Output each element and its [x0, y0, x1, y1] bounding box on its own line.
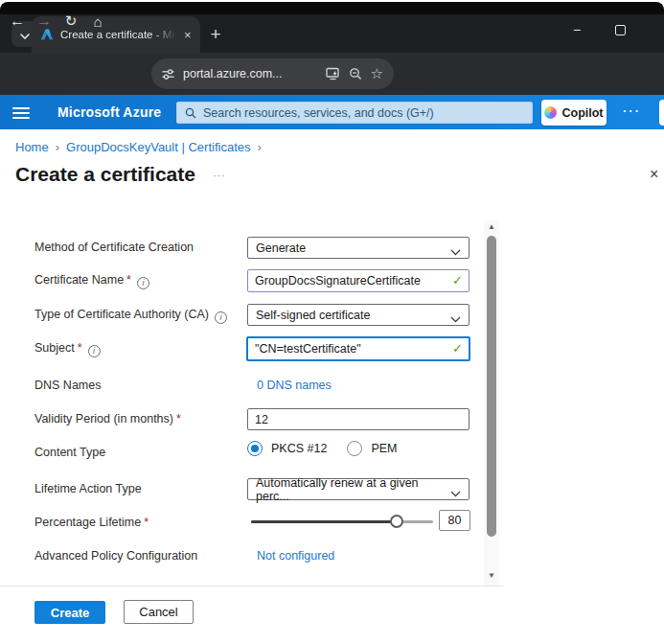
browser-tab-active[interactable]: Create a certificate - Microsoft A × — [32, 16, 200, 53]
lifetime-action-select[interactable]: Automatically renew at a given perc... — [247, 478, 469, 500]
breadcrumb: Home›GroupDocsKeyVault | Certificates› — [15, 140, 268, 154]
menu-hamburger-icon[interactable] — [12, 107, 30, 119]
percentage-slider-thumb[interactable] — [390, 515, 403, 528]
chevron-down-icon — [450, 312, 461, 326]
copilot-icon — [544, 106, 557, 119]
info-icon: i — [88, 345, 101, 357]
breadcrumb-keyvault[interactable]: GroupDocsKeyVault | Certificates — [66, 140, 250, 154]
bookmark-star-icon[interactable]: ☆ — [371, 65, 383, 82]
dns-names-link[interactable]: 0 DNS names — [257, 379, 332, 392]
browser-window: Create a certificate - Microsoft A × + −… — [0, 0, 664, 644]
close-icon[interactable]: × — [650, 166, 658, 183]
method-label: Method of Certificate Creation — [34, 241, 194, 254]
validity-label: Validity Period (in months)* — [34, 412, 181, 426]
lifetime-action-value: Automatically renew at a given perc... — [256, 476, 447, 503]
lifetime-action-label: Lifetime Action Type — [34, 482, 142, 495]
cert-name-input[interactable] — [247, 269, 469, 292]
title-more-icon[interactable]: ··· — [213, 170, 226, 181]
radio-pkcs12[interactable] — [247, 441, 263, 456]
azure-search-input[interactable]: Search resources, services, and docs (G+… — [176, 102, 533, 124]
refresh-icon[interactable]: ↻ — [59, 10, 82, 33]
ca-type-select[interactable]: Self-signed certificate — [247, 304, 469, 326]
advanced-policy-link[interactable]: Not configured — [257, 549, 334, 563]
chevron-down-icon — [450, 487, 461, 500]
dns-names-label: DNS Names — [34, 379, 101, 392]
breadcrumb-separator-icon: › — [56, 140, 59, 154]
percentage-slider[interactable] — [251, 520, 433, 523]
header-more-icon[interactable]: ··· — [623, 95, 641, 129]
subject-label: Subject*i — [34, 341, 101, 357]
subject-input[interactable] — [246, 336, 470, 361]
azure-search-placeholder: Search resources, services, and docs (G+… — [203, 106, 434, 120]
copilot-button[interactable]: Copilot — [541, 100, 607, 126]
minimize-button[interactable]: − — [568, 21, 585, 38]
back-icon[interactable]: ← — [6, 10, 29, 33]
search-icon — [185, 107, 196, 119]
radio-pkcs12-label: PKCS #12 — [271, 442, 327, 455]
tab-close-icon[interactable]: × — [184, 29, 192, 41]
url-text[interactable]: portal.azure.com... — [183, 67, 317, 80]
scroll-down-icon[interactable]: ▼ — [484, 571, 499, 580]
radio-pem-label: PEM — [371, 442, 397, 455]
info-icon: i — [215, 311, 227, 324]
ca-type-value: Self-signed certificate — [256, 309, 371, 322]
content-type-label: Content Type — [34, 446, 105, 459]
advanced-policy-label: Advanced Policy Configuration — [34, 549, 197, 563]
valid-check-icon: ✓ — [452, 273, 463, 288]
scroll-up-icon[interactable]: ▲ — [484, 222, 499, 231]
info-icon: i — [137, 277, 149, 289]
maximize-button[interactable] — [615, 25, 626, 35]
send-to-device-icon[interactable] — [326, 67, 340, 80]
home-icon[interactable]: ⌂ — [86, 10, 109, 33]
create-button[interactable]: Create — [34, 601, 105, 624]
azure-brand[interactable]: Microsoft Azure — [57, 95, 161, 129]
chevron-down-icon — [450, 245, 461, 259]
header-partial-button — [659, 100, 664, 126]
breadcrumb-home[interactable]: Home — [15, 140, 49, 154]
zoom-icon[interactable] — [349, 67, 362, 80]
content-type-radio-group: PKCS #12 PEM — [247, 441, 408, 456]
method-select[interactable]: Generate — [247, 237, 469, 259]
breadcrumb-separator-icon: › — [257, 140, 261, 154]
percentage-lifetime-label: Percentage Lifetime* — [34, 516, 149, 529]
forward-icon[interactable]: → — [33, 10, 56, 33]
radio-pem[interactable] — [347, 441, 362, 456]
footer-divider — [0, 586, 503, 586]
validity-input[interactable] — [247, 408, 469, 430]
valid-check-icon: ✓ — [452, 341, 463, 356]
site-settings-icon[interactable] — [162, 68, 174, 80]
ca-type-label: Type of Certificate Authority (CA)i — [34, 308, 227, 324]
copilot-label: Copilot — [561, 106, 603, 120]
new-tab-button[interactable]: + — [203, 22, 228, 47]
percentage-input[interactable] — [439, 510, 470, 531]
scrollbar-thumb[interactable] — [487, 236, 496, 537]
cancel-button[interactable]: Cancel — [124, 600, 194, 624]
cert-name-label: Certificate Name*i — [34, 273, 149, 289]
page-title: Create a certificate — [15, 163, 195, 186]
percentage-slider-fill — [251, 520, 397, 523]
method-value: Generate — [256, 242, 306, 255]
address-bar[interactable]: portal.azure.com... ☆ — [151, 58, 394, 89]
